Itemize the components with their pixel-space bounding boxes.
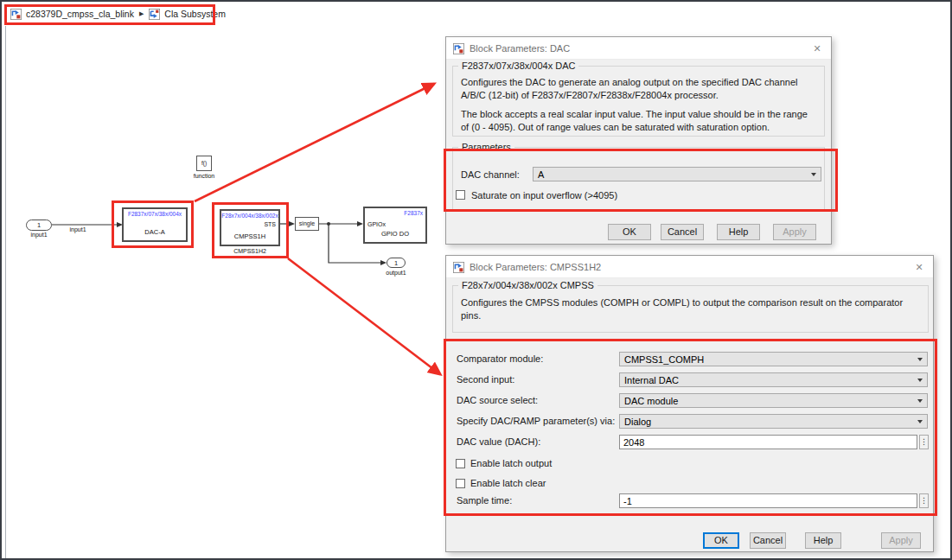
enable-latch-clear-checkbox[interactable] <box>456 479 465 488</box>
outport-block[interactable]: 1 <box>387 258 406 268</box>
sample-time-overflow-button[interactable]: ⋮ <box>919 493 929 508</box>
comparator-module-dropdown[interactable]: CMPSS1_COMPH <box>619 352 928 366</box>
dac-ok-button[interactable]: OK <box>608 224 651 240</box>
gpio-port-label: GPIOx <box>367 221 386 227</box>
comparator-module-label: Comparator module: <box>457 353 543 364</box>
second-input-dropdown[interactable]: Internal DAC <box>619 372 928 387</box>
cmpss-dialog-titlebar[interactable]: Block Parameters: CMPSS1H2 <box>446 256 933 278</box>
cmpss-dialog-title: Block Parameters: CMPSS1H2 <box>470 262 601 272</box>
inport-label: input1 <box>22 232 56 238</box>
outport-number: 1 <box>394 259 398 267</box>
dac-source-select-label: DAC source select: <box>457 395 538 405</box>
cmpss-block[interactable]: F28x7x/004x/38x/002x STS CMPSS1H <box>220 209 280 246</box>
breadcrumb-model[interactable]: c28379D_cmpss_cla_blink <box>26 9 134 19</box>
dac-dialog-close-icon[interactable]: ✕ <box>810 41 824 55</box>
cmpss-cancel-button[interactable]: Cancel <box>750 532 786 549</box>
dac-dialog-icon <box>453 42 464 54</box>
gpio-do-block[interactable]: F2837x GPIOx GPIO DO <box>363 207 427 244</box>
cmpss-dialog-icon <box>453 261 464 272</box>
inport-number: 1 <box>37 221 41 229</box>
cmpss-dialog-close-icon[interactable]: ✕ <box>912 260 926 274</box>
dac-dialog-title: Block Parameters: DAC <box>470 43 570 54</box>
breadcrumb-subsystem[interactable]: Cla Subsystem <box>164 9 226 19</box>
dac-value-label: DAC value (DACH): <box>457 436 540 447</box>
specify-dac-ramp-label: Specify DAC/RAMP parameter(s) via: <box>457 416 615 426</box>
function-call-block[interactable]: f() <box>196 156 212 171</box>
dac-block[interactable]: F2837x/07x/38x/004x DAC-A <box>122 207 188 242</box>
chevron-down-icon <box>917 358 923 361</box>
dac-cancel-button[interactable]: Cancel <box>661 224 704 240</box>
saturate-checkbox[interactable] <box>456 190 465 200</box>
cmpss-apply-button: Apply <box>881 532 921 549</box>
chevron-down-icon <box>917 399 923 403</box>
chevron-down-icon <box>917 420 923 423</box>
dac-help-button[interactable]: Help <box>717 224 760 240</box>
enable-latch-clear-label: Enable latch clear <box>470 478 546 488</box>
dac-dialog-titlebar[interactable]: Block Parameters: DAC <box>446 37 831 60</box>
breadcrumb: c28379D_cmpss_cla_blink ▶ Cla Subsystem <box>10 7 226 21</box>
dac-block-chip-text: F2837x/07x/38x/004x <box>124 211 186 217</box>
dac-channel-value: A <box>538 169 544 180</box>
dac-value-input[interactable] <box>619 435 917 449</box>
second-input-value: Internal DAC <box>624 375 679 385</box>
dac-section-title: F2837x/07x/38x/004x DAC <box>458 60 578 71</box>
gpio-block-name: GPIO DO <box>365 230 425 238</box>
cmpss-block-chip-text: F28x7x/004x/38x/002x <box>221 213 278 219</box>
simulink-model-icon <box>10 9 22 20</box>
breadcrumb-bar: c28379D_cmpss_cla_blink ▶ Cla Subsystem <box>2 2 950 26</box>
simulink-window: c28379D_cmpss_cla_blink ▶ Cla Subsystem … <box>0 0 952 560</box>
comparator-module-value: CMPSS1_COMPH <box>624 354 704 365</box>
dac-parameters-group-label: Parameters <box>458 142 514 152</box>
specify-dac-ramp-value: Dialog <box>624 417 651 427</box>
cmpss-parameters-dialog: Block Parameters: CMPSS1H2 ✕ F28x7x/004x… <box>445 255 934 552</box>
canvas-left-edge <box>5 26 6 558</box>
single-block-text: single <box>299 220 315 226</box>
cmpss-ok-button[interactable]: OK <box>703 532 739 549</box>
dac-channel-label: DAC channel: <box>461 169 520 180</box>
cmpss-help-button[interactable]: Help <box>805 532 841 549</box>
function-call-block-label: function <box>187 173 221 179</box>
data-type-conversion-block[interactable]: single <box>295 217 319 231</box>
dac-source-select-value: DAC module <box>624 396 678 406</box>
dac-description-group: F2837x/07x/38x/004x DAC Configures the D… <box>452 66 825 137</box>
dac-parameters-dialog: Block Parameters: DAC ✕ F2837x/07x/38x/0… <box>445 36 832 245</box>
sample-time-label: Sample time: <box>457 495 512 506</box>
outport-label: output1 <box>379 270 413 276</box>
cmpss-block-label: CMPSS1H2 <box>220 248 280 254</box>
dac-description-2: The block accepts a real scalar input va… <box>461 108 816 133</box>
annotation-arrow-to-cmpss-dialog <box>288 258 440 374</box>
breadcrumb-separator-icon: ▶ <box>138 10 144 17</box>
chevron-down-icon <box>811 173 816 176</box>
enable-latch-output-label: Enable latch output <box>470 458 552 468</box>
dac-value-overflow-button[interactable]: ⋮ <box>919 435 929 449</box>
chevron-down-icon <box>917 379 923 382</box>
dac-source-select-dropdown[interactable]: DAC module <box>619 393 928 408</box>
dac-apply-button: Apply <box>773 224 816 240</box>
sample-time-input[interactable] <box>619 493 917 508</box>
enable-latch-output-checkbox[interactable] <box>456 459 465 468</box>
simulink-subsystem-icon <box>149 9 160 20</box>
cmpss-sts-port-label: STS <box>264 221 276 227</box>
dac-block-name: DAC-A <box>124 228 186 236</box>
function-call-block-text: f() <box>201 160 207 166</box>
second-input-label: Second input: <box>457 374 514 385</box>
cmpss-section-title: F28x7x/004x/38x/002x CMPSS <box>458 280 597 290</box>
inport-block[interactable]: 1 <box>26 220 52 231</box>
specify-dac-ramp-dropdown[interactable]: Dialog <box>619 414 928 429</box>
signal-name-label: input1 <box>61 226 95 232</box>
annotation-arrow-to-dac-dialog <box>195 84 434 201</box>
cmpss-block-name: CMPSS1H <box>221 232 278 240</box>
cmpss-description: Configures the CMPSS modules (COMPH or C… <box>461 296 920 321</box>
saturate-checkbox-label: Saturate on input overflow (>4095) <box>471 190 617 200</box>
cmpss-description-group: F28x7x/004x/38x/002x CMPSS Configures th… <box>452 285 929 333</box>
dac-description-1: Configures the DAC to generate an analog… <box>461 76 816 101</box>
gpio-block-chip-text: F2837x <box>404 210 423 216</box>
dac-channel-dropdown[interactable]: A <box>533 167 821 181</box>
